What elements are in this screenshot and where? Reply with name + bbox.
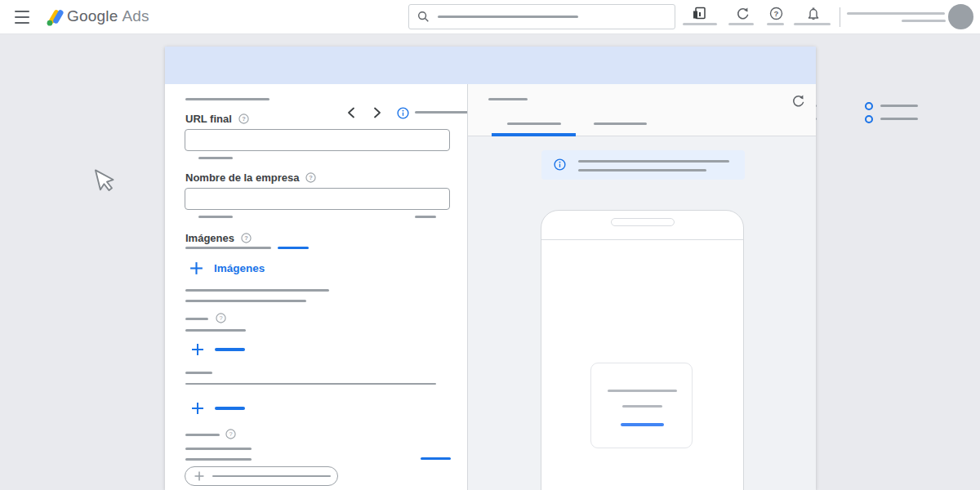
plus-icon — [190, 342, 205, 357]
final-url-label-row: URL final ? — [185, 113, 249, 125]
menu-icon[interactable] — [13, 10, 31, 24]
business-name-helper-line — [198, 216, 233, 218]
topbar-divider — [840, 7, 840, 27]
helper-text-line-2 — [185, 300, 306, 302]
help-circle-icon[interactable]: ? — [216, 313, 226, 323]
brand-title: GoogleAds — [67, 7, 149, 25]
add-chip-button[interactable] — [185, 466, 338, 486]
step-bar-title-line — [415, 111, 472, 114]
avatar[interactable] — [948, 4, 973, 29]
refresh-underline — [728, 23, 754, 25]
step-5-item[interactable] — [865, 115, 873, 123]
field-desc-line — [185, 329, 246, 332]
final-url-helper-line — [198, 157, 233, 159]
back-button[interactable] — [344, 105, 359, 120]
card-cta-line — [621, 423, 664, 426]
small-label-line — [185, 372, 212, 374]
field-label-line — [185, 318, 208, 320]
svg-text:?: ? — [774, 9, 779, 18]
help-circle-icon[interactable]: ? — [225, 429, 236, 439]
brand-google: Google — [67, 7, 118, 24]
info-icon[interactable] — [397, 107, 409, 119]
svg-text:?: ? — [219, 314, 222, 322]
account-id-line — [902, 20, 946, 22]
card-text-line-2 — [622, 405, 662, 408]
char-counter-line — [415, 216, 436, 218]
notifications-icon[interactable] — [806, 6, 821, 20]
tab-1-active-underline — [492, 133, 576, 136]
notifications-underline — [794, 23, 831, 25]
search-input[interactable] — [408, 4, 675, 29]
plus-icon — [194, 470, 205, 482]
add-images-label: Imágenes — [214, 262, 265, 274]
step-4-label-line — [880, 105, 918, 107]
section-divider — [185, 383, 436, 385]
google-ads-logo — [44, 7, 65, 28]
preview-title-line — [488, 98, 528, 100]
business-name-input[interactable] — [185, 188, 450, 210]
chevron-right-icon — [372, 107, 382, 118]
banner-text-line-2 — [578, 169, 706, 172]
final-url-input[interactable] — [185, 129, 450, 151]
field-label-line — [185, 434, 220, 436]
images-label: Imágenes — [185, 232, 234, 244]
step-5-circle-icon — [865, 115, 873, 123]
add-item-button-1[interactable] — [190, 342, 245, 357]
business-name-label-row: Nombre de la empresa ? — [185, 172, 316, 184]
search-placeholder-line — [438, 16, 578, 18]
side-link-line[interactable] — [421, 457, 451, 460]
images-link-line[interactable] — [278, 247, 309, 249]
section-title-line — [185, 98, 270, 100]
preview-refresh-icon[interactable] — [791, 94, 805, 108]
cursor-icon — [91, 167, 118, 196]
svg-text:?: ? — [244, 234, 248, 242]
chevron-left-icon — [346, 107, 356, 118]
tab-1-label-line — [507, 122, 561, 125]
field-desc-line-2 — [185, 458, 252, 461]
brand-ads: Ads — [122, 7, 149, 24]
wizard-step-bar — [165, 47, 816, 84]
step-4-item[interactable] — [865, 102, 873, 110]
add-images-button[interactable]: Imágenes — [189, 261, 265, 276]
images-desc-line — [185, 247, 271, 249]
step-5-label-line — [880, 118, 918, 120]
help-circle-icon[interactable]: ? — [241, 233, 252, 243]
step-4-circle-icon — [865, 102, 873, 110]
help-icon[interactable]: ? — [769, 7, 783, 20]
info-banner — [541, 150, 745, 180]
chip-label-line — [212, 475, 331, 478]
field-desc-line-1 — [185, 448, 252, 450]
preview-tab-1[interactable] — [492, 114, 577, 136]
help-circle-icon[interactable]: ? — [305, 172, 316, 183]
svg-text:?: ? — [310, 174, 314, 181]
add-item-button-2[interactable] — [190, 401, 245, 416]
search-icon — [417, 11, 430, 23]
svg-text:?: ? — [229, 430, 232, 438]
help-circle-icon[interactable]: ? — [238, 114, 249, 124]
final-url-label: URL final — [185, 113, 232, 125]
helper-text-line-1 — [185, 289, 329, 292]
add-item-label-line — [215, 348, 245, 351]
svg-text:?: ? — [242, 115, 246, 122]
help-underline — [767, 23, 784, 25]
images-label-row: Imágenes ? — [185, 232, 252, 244]
top-app-bar: GoogleAds ? — [0, 0, 980, 34]
plus-icon — [189, 261, 204, 276]
tab-2-label-line — [594, 122, 647, 125]
phone-mockup — [541, 210, 744, 490]
add-item-label-line — [215, 407, 245, 410]
reports-icon[interactable] — [692, 6, 706, 20]
banner-text-line-1 — [578, 160, 729, 163]
business-name-label: Nombre de la empresa — [185, 172, 299, 184]
phone-speaker — [611, 218, 675, 226]
info-icon — [554, 158, 566, 171]
forward-button[interactable] — [370, 105, 385, 120]
reports-underline — [683, 23, 717, 25]
card-text-line-1 — [608, 390, 677, 392]
refresh-icon[interactable] — [736, 7, 750, 20]
preview-tab-2[interactable] — [581, 114, 659, 136]
account-name-line — [847, 12, 945, 15]
ad-preview-card — [590, 363, 693, 448]
plus-icon — [190, 401, 205, 416]
phone-head-divider — [541, 239, 743, 240]
